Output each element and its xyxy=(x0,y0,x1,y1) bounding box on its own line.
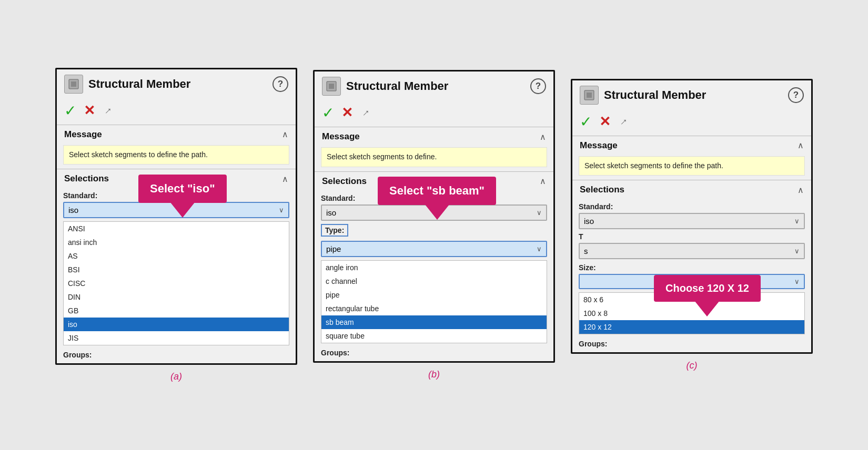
message-collapse-c[interactable]: ∧ xyxy=(798,140,804,150)
structural-member-icon-a xyxy=(64,75,83,94)
panel-b: Select "sb beam" Structural Member ? ✓ ✕… xyxy=(313,70,555,363)
toolbar-b: ✓ ✕ → xyxy=(315,101,553,127)
message-box-b: Select sketch segments to define. xyxy=(321,147,547,167)
groups-label-c: Groups: xyxy=(579,338,805,349)
standard-label-c: Standard: xyxy=(579,202,805,211)
pin-button-a[interactable]: → xyxy=(100,103,116,118)
panel-c: Choose 120 X 12 Structural Member ? ✓ ✕ … xyxy=(571,79,813,354)
panel-b-title: Structural Member xyxy=(346,79,525,93)
type-value-c: s xyxy=(584,247,588,255)
type-arrow-c: ∨ xyxy=(794,247,800,255)
callout-c-text: Choose 120 X 12 xyxy=(654,275,761,302)
type-dropdown-c[interactable]: s ∨ xyxy=(579,243,805,259)
list-item-gb[interactable]: GB xyxy=(64,304,289,318)
list-item-100x8[interactable]: 100 x 8 xyxy=(579,306,804,320)
standard-list-a: ANSI ansi inch AS BSI CISC DIN GB iso JI… xyxy=(63,221,289,345)
panel-a-header: Structural Member ? xyxy=(57,69,296,99)
selections-collapse-c[interactable]: ∧ xyxy=(798,185,804,195)
message-collapse-b[interactable]: ∧ xyxy=(540,132,546,142)
panel-a-title: Structural Member xyxy=(88,77,267,91)
help-button-c[interactable]: ? xyxy=(788,87,804,103)
structural-member-icon-b xyxy=(322,77,341,96)
callout-c: Choose 120 X 12 xyxy=(654,275,761,302)
toolbar-c: ✓ ✕ → xyxy=(572,110,811,136)
panel-c-header: Structural Member ? xyxy=(572,80,811,110)
list-item-iso[interactable]: iso xyxy=(64,318,289,331)
svg-rect-5 xyxy=(587,93,592,98)
toolbar-a: ✓ ✕ → xyxy=(57,99,296,125)
callout-a-text: Select "iso" xyxy=(138,175,227,203)
svg-rect-1 xyxy=(71,81,76,87)
panel-c-wrapper: Choose 120 X 12 Structural Member ? ✓ ✕ … xyxy=(571,79,813,372)
type-label-c: T xyxy=(579,232,805,241)
panel-b-wrapper: Select "sb beam" Structural Member ? ✓ ✕… xyxy=(313,70,555,380)
type-value-b: pipe xyxy=(326,244,341,253)
type-dropdown-b[interactable]: pipe ∨ xyxy=(321,241,547,257)
confirm-button-b[interactable]: ✓ xyxy=(322,104,334,121)
confirm-button-a[interactable]: ✓ xyxy=(64,102,76,119)
list-item-c-channel[interactable]: c channel xyxy=(321,274,547,288)
message-text-c: Select sketch segments to define the pat… xyxy=(584,161,723,170)
panel-c-title: Structural Member xyxy=(604,88,783,102)
selections-title-c: Selections xyxy=(580,185,624,195)
cancel-button-b[interactable]: ✕ xyxy=(341,105,353,121)
pin-button-c[interactable]: → xyxy=(615,114,631,129)
size-label-c: Size: xyxy=(579,263,805,272)
list-item-angle-iron[interactable]: angle iron xyxy=(321,261,547,274)
callout-b: Select "sb beam" xyxy=(378,177,496,205)
groups-label-b: Groups: xyxy=(321,346,547,358)
selections-collapse-a[interactable]: ∧ xyxy=(282,174,288,184)
pin-button-b[interactable]: → xyxy=(358,105,374,121)
message-section-a: Select sketch segments to define the pat… xyxy=(57,125,296,143)
standard-value-b: iso xyxy=(326,208,336,217)
panel-a-wrapper: Select "iso" Structural Member ? ✓ ✕ → S… xyxy=(55,68,297,383)
list-item-cisc[interactable]: CISC xyxy=(64,277,289,290)
confirm-button-c[interactable]: ✓ xyxy=(580,113,592,130)
message-title-a: Message xyxy=(64,129,102,140)
message-box-a: Select sketch segments to define the pat… xyxy=(63,145,289,165)
panel-a: Select "iso" Structural Member ? ✓ ✕ → S… xyxy=(55,68,297,365)
groups-label-a: Groups: xyxy=(63,349,289,360)
type-arrow-b: ∨ xyxy=(537,245,542,253)
message-text-a: Select sketch segments to define the pat… xyxy=(69,150,208,159)
list-item-jis[interactable]: JIS xyxy=(64,331,289,345)
list-item-rect-tube[interactable]: rectangular tube xyxy=(321,302,547,315)
message-section-c: Message ∧ xyxy=(572,136,811,154)
message-section-b: Message ∧ xyxy=(315,127,553,145)
standard-value-a: iso xyxy=(68,206,78,214)
dropdown-arrow-b: ∨ xyxy=(537,209,542,217)
selections-section-c: Selections ∧ xyxy=(572,180,811,198)
selections-collapse-b[interactable]: ∧ xyxy=(540,176,546,186)
standard-dropdown-c[interactable]: iso ∨ xyxy=(579,213,805,229)
list-item-120x12[interactable]: 120 x 12 xyxy=(579,320,804,334)
caption-c: (c) xyxy=(687,360,698,371)
callout-b-text: Select "sb beam" xyxy=(378,177,496,205)
message-text-b: Select sketch segments to define. xyxy=(327,152,437,161)
callout-a: Select "iso" xyxy=(138,175,227,203)
cancel-button-c[interactable]: ✕ xyxy=(599,114,611,130)
help-button-a[interactable]: ? xyxy=(272,76,288,92)
list-item-din[interactable]: DIN xyxy=(64,290,289,304)
list-item-sb-beam[interactable]: sb beam xyxy=(321,315,547,329)
list-item-square-tube[interactable]: square tube xyxy=(321,329,547,343)
list-item-pipe[interactable]: pipe xyxy=(321,288,547,302)
dropdown-arrow-a: ∨ xyxy=(279,206,284,214)
list-item-ansi-inch[interactable]: ansi inch xyxy=(64,236,289,249)
dropdown-arrow-c: ∨ xyxy=(794,217,800,225)
panel-b-header: Structural Member ? xyxy=(315,71,553,101)
message-title-b: Message xyxy=(322,131,360,142)
caption-b: (b) xyxy=(428,369,440,380)
message-title-c: Message xyxy=(580,140,618,151)
message-box-c: Select sketch segments to define the pat… xyxy=(579,156,805,176)
size-arrow-c: ∨ xyxy=(794,278,800,285)
cancel-button-a[interactable]: ✕ xyxy=(84,103,95,119)
message-collapse-a[interactable]: ∧ xyxy=(282,129,288,139)
help-button-b[interactable]: ? xyxy=(530,78,546,94)
type-label-b: Type: xyxy=(321,224,348,237)
list-item-bsi[interactable]: BSI xyxy=(64,263,289,277)
list-item-ansi[interactable]: ANSI xyxy=(64,222,289,236)
selections-title-a: Selections xyxy=(64,173,109,184)
list-item-as[interactable]: AS xyxy=(64,249,289,263)
selections-title-b: Selections xyxy=(322,176,367,187)
svg-rect-3 xyxy=(329,84,334,89)
